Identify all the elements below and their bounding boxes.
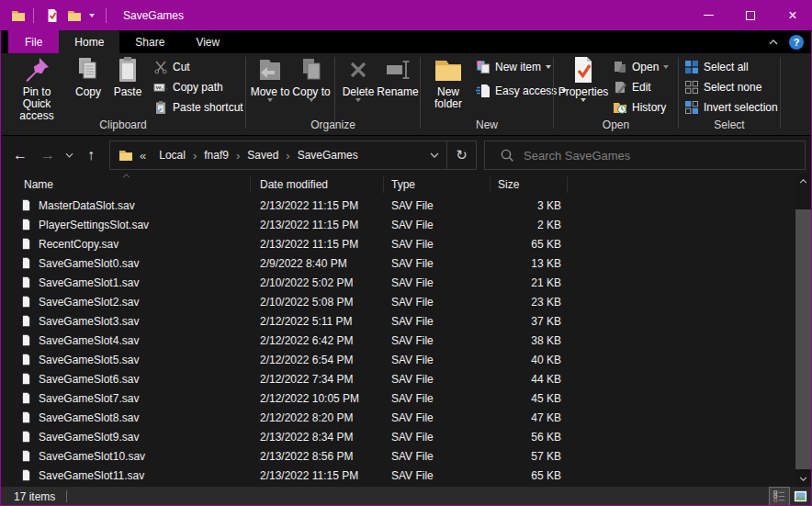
thumbnail-view-icon xyxy=(794,489,807,503)
table-row[interactable]: SaveGameSlot2.sav 2/10/2022 5:08 PM SAV … xyxy=(1,292,796,311)
select-none-button[interactable]: Select none xyxy=(684,78,761,96)
table-row[interactable]: PlayerSettingsSlot.sav 2/13/2022 11:15 P… xyxy=(1,215,796,234)
copy-path-button[interactable]: Copy path xyxy=(153,78,223,96)
file-type: SAV File xyxy=(384,219,491,231)
tab-file[interactable]: File xyxy=(8,30,59,53)
maximize-button[interactable] xyxy=(729,0,772,30)
cut-button[interactable]: Cut xyxy=(153,58,190,76)
rename-button[interactable]: Rename xyxy=(377,55,419,98)
file-icon xyxy=(20,276,32,288)
address-bar[interactable]: « Local›fnaf9›Saved›SaveGames ↻ xyxy=(109,141,477,170)
forward-button[interactable]: → xyxy=(36,136,60,174)
qat-properties-button[interactable] xyxy=(45,8,60,23)
tab-view[interactable]: View xyxy=(180,30,235,53)
paste-shortcut-button[interactable]: Paste shortcut xyxy=(153,98,243,117)
breadcrumb-item[interactable]: fnaf9 xyxy=(197,149,236,162)
breadcrumb-item[interactable]: Local xyxy=(152,149,193,162)
table-row[interactable]: SaveGameSlot7.sav 2/12/2022 10:05 PM SAV… xyxy=(1,388,796,408)
paste-button[interactable]: Paste xyxy=(108,55,147,98)
new-folder-button[interactable]: New folder xyxy=(426,55,470,110)
up-button[interactable]: ↑ xyxy=(78,136,104,174)
tab-share[interactable]: Share xyxy=(119,30,180,53)
table-row[interactable]: SaveGameSlot0.sav 2/9/2022 8:40 PM SAV F… xyxy=(1,253,796,273)
status-separator xyxy=(66,490,67,502)
chevron-down-icon xyxy=(663,65,669,69)
edit-button[interactable]: Edit xyxy=(613,78,651,96)
explorer-app-icon[interactable] xyxy=(11,8,26,23)
table-row[interactable]: SaveGameSlot4.sav 2/12/2022 6:42 PM SAV … xyxy=(1,331,796,350)
thumbnail-view-button[interactable] xyxy=(790,487,811,506)
up-icon: ↑ xyxy=(87,147,95,163)
table-row[interactable]: SaveGameSlot6.sav 2/12/2022 7:34 PM SAV … xyxy=(1,369,796,388)
history-icon xyxy=(613,100,627,115)
view-toggle-buttons xyxy=(769,487,811,506)
tab-home[interactable]: Home xyxy=(59,30,119,53)
properties-button[interactable]: Properties xyxy=(559,55,607,102)
column-header-row: Name Date modified Type Size xyxy=(1,174,796,196)
close-icon: × xyxy=(788,8,796,23)
table-row[interactable]: SaveGameSlot11.sav 2/13/2022 11:15 PM SA… xyxy=(1,466,796,485)
search-input[interactable] xyxy=(524,149,805,163)
open-button[interactable]: Open xyxy=(613,58,669,76)
breadcrumb-overflow-icon[interactable]: « xyxy=(140,149,146,163)
select-all-button[interactable]: Select all xyxy=(684,58,749,76)
column-header-date-modified[interactable]: Date modified xyxy=(251,176,384,193)
group-label: New xyxy=(421,118,553,131)
close-button[interactable]: × xyxy=(772,0,812,30)
scrollbar-thumb[interactable] xyxy=(795,209,811,469)
table-row[interactable]: SaveGameSlot3.sav 2/12/2022 5:11 PM SAV … xyxy=(1,311,796,331)
table-row[interactable]: SaveGameSlot9.sav 2/13/2022 8:34 PM SAV … xyxy=(1,427,796,446)
file-size: 45 KB xyxy=(491,392,568,405)
copy-to-button[interactable]: Copy to xyxy=(291,55,332,102)
scroll-up-button[interactable] xyxy=(795,174,811,189)
column-header-type[interactable]: Type xyxy=(384,176,491,193)
qat-new-folder-button[interactable] xyxy=(67,8,82,23)
back-button[interactable]: ← xyxy=(8,136,32,174)
new-item-button[interactable]: New item xyxy=(476,58,551,76)
breadcrumb-item[interactable]: Saved xyxy=(240,149,286,162)
search-box[interactable] xyxy=(484,141,806,170)
new-folder-icon xyxy=(434,55,463,84)
help-icon: ? xyxy=(794,37,800,48)
address-dropdown-button[interactable] xyxy=(423,141,446,169)
table-row[interactable]: SaveGameSlot5.sav 2/12/2022 6:54 PM SAV … xyxy=(1,350,796,369)
table-row[interactable]: SaveGameSlot8.sav 2/12/2022 8:20 PM SAV … xyxy=(1,408,796,427)
column-header-name[interactable]: Name xyxy=(1,176,251,193)
file-date-modified: 2/12/2022 7:34 PM xyxy=(251,373,384,386)
file-size: 65 KB xyxy=(491,238,568,251)
minimize-button[interactable] xyxy=(687,0,729,30)
scroll-down-button[interactable] xyxy=(795,471,811,487)
pin-to-quick-access-button[interactable]: Pin to Quick access xyxy=(8,55,65,122)
new-folder-icon xyxy=(67,8,82,23)
breadcrumb-item[interactable]: SaveGames xyxy=(290,149,366,162)
table-row[interactable]: SaveGameSlot10.sav 2/13/2022 8:56 PM SAV… xyxy=(1,446,796,466)
move-to-button[interactable]: Move to xyxy=(250,55,290,102)
qat-customize-button[interactable] xyxy=(89,14,95,17)
easy-access-icon xyxy=(476,84,491,98)
table-row[interactable]: MasterDataSlot.sav 2/13/2022 11:15 PM SA… xyxy=(1,196,796,215)
history-button[interactable]: History xyxy=(613,98,666,117)
table-row[interactable]: RecentCopy.sav 2/13/2022 11:15 PM SAV Fi… xyxy=(1,234,796,253)
minimize-icon xyxy=(704,15,714,16)
copy-button[interactable]: Copy xyxy=(69,55,107,98)
column-header-size[interactable]: Size xyxy=(491,176,568,193)
open-icon xyxy=(613,60,627,74)
select-all-icon xyxy=(684,60,699,74)
collapse-ribbon-icon[interactable] xyxy=(769,39,778,45)
invert-selection-button[interactable]: Invert selection xyxy=(684,98,778,117)
file-date-modified: 2/13/2022 11:15 PM xyxy=(251,469,384,482)
table-row[interactable]: SaveGameSlot1.sav 2/10/2022 5:02 PM SAV … xyxy=(1,273,796,292)
chevron-down-icon xyxy=(581,98,586,102)
file-type: SAV File xyxy=(384,238,491,251)
group-separator xyxy=(780,57,781,129)
vertical-scrollbar[interactable] xyxy=(795,174,811,487)
file-icon xyxy=(20,219,32,231)
file-name: SaveGameSlot0.sav xyxy=(39,257,139,270)
file-icon xyxy=(20,354,32,365)
help-button[interactable]: ? xyxy=(789,35,804,50)
refresh-button[interactable]: ↻ xyxy=(446,141,476,169)
recent-locations-button[interactable] xyxy=(60,136,78,174)
delete-button[interactable]: Delete xyxy=(338,55,378,102)
properties-icon xyxy=(569,55,598,84)
details-view-button[interactable] xyxy=(769,487,790,506)
